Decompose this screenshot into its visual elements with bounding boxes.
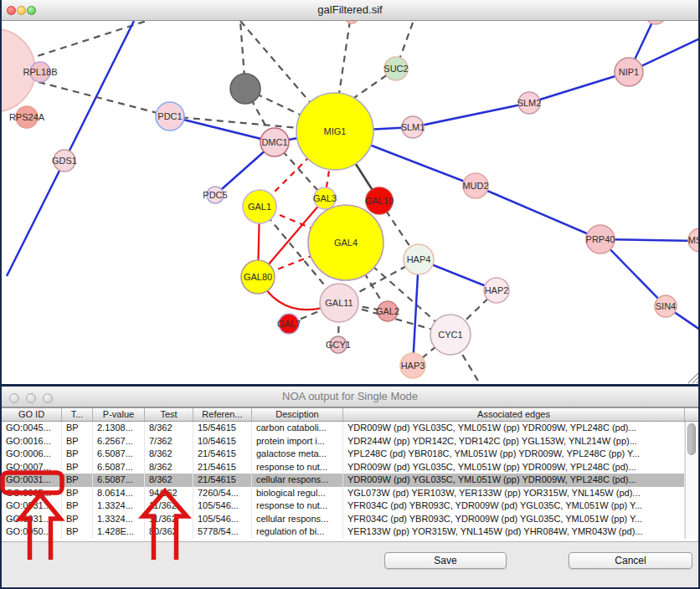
table-cell: BP: [62, 525, 93, 539]
table-cell: 11/362: [145, 499, 193, 513]
column-header[interactable]: GO ID: [2, 408, 62, 421]
table-row[interactable]: GO:0031...BP6.5087...8/36221/54615cellul…: [2, 474, 685, 487]
table-cell: 94/362: [145, 487, 193, 500]
table-cell: GO:0006...: [2, 448, 62, 461]
node-label-HAP4: HAP4: [407, 254, 431, 264]
node-label-MSL1: MSL1: [688, 235, 698, 245]
table-cell: 10/54615: [193, 435, 252, 448]
node-label-HAP2: HAP2: [485, 285, 509, 295]
table-row[interactable]: GO:0031...BP1.3324...11/362105/546...cel…: [2, 513, 685, 526]
node-label-SIN4: SIN4: [656, 301, 676, 311]
table-cell: BP: [62, 435, 93, 448]
table-cell: 1.3324...: [93, 499, 145, 513]
network-canvas[interactable]: RPL18BRPS24AGDS1PDC1DMC1MIG1PDC5GAL1GAL3…: [2, 21, 698, 384]
node-label-GAL2: GAL2: [376, 306, 399, 316]
network-titlebar[interactable]: galFiltered.sif: [2, 0, 698, 21]
table-cell: response to nut...: [252, 499, 343, 513]
table-cell: BP: [62, 461, 93, 474]
close-button-icon-inactive[interactable]: [9, 393, 19, 403]
node-label-PDC5: PDC5: [203, 190, 227, 200]
table-row[interactable]: GO:0031...BP1.3324...11/362105/546...res…: [2, 499, 685, 513]
table-cell: BP: [62, 448, 93, 461]
table-row[interactable]: GO:0045...BP2.1308...8/36215/54615carbon…: [2, 422, 685, 435]
button-bar: Save Cancel: [2, 541, 698, 587]
table-cell: GO:0031...: [2, 474, 62, 487]
table-cell: carbon cataboli...: [252, 422, 343, 435]
table-cell: 8/362: [145, 461, 193, 474]
node-label-GCY1: GCY1: [326, 340, 351, 350]
table-cell: BP: [62, 513, 93, 526]
zoom-button-icon-inactive[interactable]: [43, 393, 53, 403]
node-label-GAL4: GAL4: [334, 238, 358, 248]
minimize-button-icon-inactive[interactable]: [26, 393, 36, 403]
table-cell: biological regul...: [252, 487, 343, 500]
save-button[interactable]: Save: [384, 552, 507, 569]
table-row[interactable]: GO:0007...BP6.5087...8/36221/54615respon…: [2, 461, 685, 474]
table-cell: GO:0007...: [2, 461, 62, 474]
node-label-GAL11: GAL11: [325, 298, 353, 308]
column-header[interactable]: Test: [145, 408, 193, 421]
table-cell: YDR009W (pd) YGL035C, YML051W (pp) YDR00…: [343, 461, 685, 474]
table-cell: 105/546...: [193, 513, 252, 526]
table-cell: 8.0614...: [93, 487, 145, 500]
table-row[interactable]: GO:0016...BP6.2567...7/36210/54615protei…: [2, 435, 685, 448]
node-label-MUD2: MUD2: [462, 181, 488, 191]
node-label-GAL3: GAL3: [313, 193, 337, 203]
scrollbar-thumb[interactable]: [687, 423, 696, 455]
noa-output-window: NOA output for Single Mode GO IDT...P-va…: [2, 387, 698, 587]
table-cell: YDR009W (pd) YGL035C, YML051W (pp) YDR00…: [343, 422, 685, 435]
table-cell: cellular respons...: [252, 513, 343, 526]
table-cell: GO:0065...: [2, 487, 62, 500]
minimize-button-icon[interactable]: [17, 6, 26, 15]
table-cell: 8/362: [145, 474, 193, 487]
table-cell: response to nut...: [252, 461, 343, 474]
table-row[interactable]: GO:0050...BP1.428E...80/3625778/54...reg…: [2, 525, 685, 539]
table-cell: 11/362: [145, 513, 193, 526]
cancel-button[interactable]: Cancel: [569, 552, 692, 569]
zoom-button-icon[interactable]: [27, 6, 36, 15]
node-label-CYC1: CYC1: [438, 330, 462, 340]
table-row[interactable]: GO:0065...BP8.0614...94/3627260/54...bio…: [2, 487, 685, 500]
table-cell: 8/362: [145, 422, 193, 435]
node-label-GAL7: GAL7: [277, 319, 301, 329]
node-label-GDS1: GDS1: [52, 156, 77, 166]
table-cell: YDR244W (pp) YDR142C, YDR142C (pp) YGL15…: [343, 435, 685, 448]
table-cell: 7/362: [145, 435, 193, 448]
close-button-icon[interactable]: [7, 6, 16, 15]
table-cell: 6.2567...: [93, 435, 145, 448]
column-header[interactable]: P-value: [93, 408, 145, 421]
table-cell: 21/54615: [193, 474, 252, 487]
table-cell: GO:0050...: [2, 525, 62, 539]
node-label-RPL18B: RPL18B: [23, 67, 58, 77]
table-cell: GO:0031...: [2, 513, 62, 526]
node-label-GAL10: GAL10: [365, 196, 394, 206]
table-cell: GO:0031...: [2, 499, 62, 513]
table-cell: YFR034C (pd) YBR093C, YDR009W (pd) YGL03…: [343, 499, 685, 513]
column-header[interactable]: T...: [62, 408, 93, 421]
table-cell: 2.1308...: [93, 422, 145, 435]
table-cell: 21/54615: [193, 448, 252, 461]
table-cell: 6.5087...: [93, 448, 145, 461]
node-label-DMC1: DMC1: [261, 137, 287, 147]
table-row[interactable]: GO:0006...BP6.5087...8/36221/54615galact…: [2, 448, 685, 461]
noa-titlebar[interactable]: NOA output for Single Mode: [2, 387, 698, 407]
table-cell: regulation of bi...: [252, 525, 343, 539]
node-label-SUC2: SUC2: [383, 64, 408, 74]
table-body: GO:0045...BP2.1308...8/36215/54615carbon…: [2, 422, 685, 539]
table-cell: YPL248C (pd) YBR018C, YML051W (pp) YDR00…: [343, 448, 685, 461]
table-cell: YGL073W (pd) YER103W, YER133W (pp) YOR31…: [343, 487, 685, 500]
node-label-SLM2: SLM2: [517, 98, 542, 108]
table-cell: 1.3324...: [93, 513, 145, 526]
column-header[interactable]: Referen...: [193, 408, 252, 421]
table-cell: 105/546...: [193, 499, 252, 513]
screenshot-root: galFiltered.sif RPL18BRPS24AGDS1PDC1DMC1…: [0, 0, 700, 589]
table-cell: galactose meta...: [252, 448, 343, 461]
network-window-title: galFiltered.sif: [2, 0, 698, 20]
column-header[interactable]: Associated edges: [343, 408, 685, 421]
table-cell: 8/362: [145, 448, 193, 461]
node-label-RPS24A: RPS24A: [9, 112, 45, 122]
column-header[interactable]: Desciption: [252, 408, 343, 421]
vertical-scrollbar[interactable]: [685, 422, 698, 539]
table-cell: 1.428E...: [93, 525, 145, 539]
network-node-gray-node[interactable]: [230, 74, 260, 104]
